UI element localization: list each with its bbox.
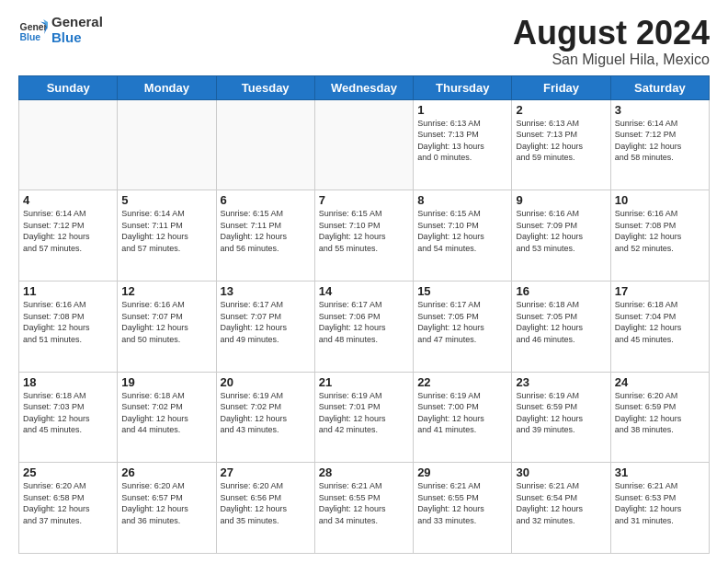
day-number: 5 (121, 193, 211, 207)
logo-general: General (51, 15, 103, 30)
page: General Blue General Blue August 2024 Sa… (0, 0, 728, 563)
day-number: 31 (615, 465, 705, 479)
day-number: 6 (221, 193, 311, 207)
day-cell-30: 30Sunrise: 6:21 AM Sunset: 6:54 PM Dayli… (512, 463, 610, 554)
day-cell-11: 11Sunrise: 6:16 AM Sunset: 7:08 PM Dayli… (19, 281, 118, 372)
day-cell-24: 24Sunrise: 6:20 AM Sunset: 6:59 PM Dayli… (610, 372, 709, 463)
day-number: 7 (319, 193, 409, 207)
week-row-0: 1Sunrise: 6:13 AM Sunset: 7:13 PM Daylig… (19, 99, 710, 190)
weekday-header-monday: Monday (118, 75, 216, 99)
day-info: Sunrise: 6:19 AM Sunset: 7:02 PM Dayligh… (221, 390, 311, 436)
day-cell-12: 12Sunrise: 6:16 AM Sunset: 7:07 PM Dayli… (118, 281, 216, 372)
day-number: 29 (417, 465, 507, 479)
day-info: Sunrise: 6:15 AM Sunset: 7:10 PM Dayligh… (417, 208, 507, 254)
week-row-1: 4Sunrise: 6:14 AM Sunset: 7:12 PM Daylig… (19, 190, 710, 282)
day-cell-1: 1Sunrise: 6:13 AM Sunset: 7:13 PM Daylig… (414, 99, 512, 190)
day-number: 19 (121, 375, 211, 389)
day-number: 28 (319, 465, 409, 479)
day-info: Sunrise: 6:13 AM Sunset: 7:13 PM Dayligh… (516, 118, 606, 164)
day-info: Sunrise: 6:15 AM Sunset: 7:10 PM Dayligh… (319, 208, 409, 254)
day-cell-31: 31Sunrise: 6:21 AM Sunset: 6:53 PM Dayli… (610, 463, 709, 554)
day-cell-10: 10Sunrise: 6:16 AM Sunset: 7:08 PM Dayli… (610, 190, 709, 282)
location-title: San Miguel Hila, Mexico (513, 52, 710, 68)
day-number: 15 (417, 284, 507, 298)
day-cell-27: 27Sunrise: 6:20 AM Sunset: 6:56 PM Dayli… (216, 463, 314, 554)
day-cell-21: 21Sunrise: 6:19 AM Sunset: 7:01 PM Dayli… (314, 372, 413, 463)
month-title: August 2024 (513, 15, 710, 52)
day-cell-14: 14Sunrise: 6:17 AM Sunset: 7:06 PM Dayli… (314, 281, 413, 372)
day-number: 9 (516, 193, 606, 207)
logo-blue: Blue (51, 30, 103, 46)
day-info: Sunrise: 6:20 AM Sunset: 6:57 PM Dayligh… (121, 480, 211, 526)
title-block: August 2024 San Miguel Hila, Mexico (513, 15, 710, 68)
day-info: Sunrise: 6:15 AM Sunset: 7:11 PM Dayligh… (221, 208, 311, 254)
day-number: 11 (23, 284, 113, 298)
weekday-header-sunday: Sunday (19, 75, 118, 99)
logo: General Blue General Blue (18, 15, 103, 45)
day-cell-15: 15Sunrise: 6:17 AM Sunset: 7:05 PM Dayli… (414, 281, 512, 372)
day-info: Sunrise: 6:19 AM Sunset: 6:59 PM Dayligh… (516, 390, 606, 436)
day-info: Sunrise: 6:17 AM Sunset: 7:06 PM Dayligh… (319, 299, 409, 345)
day-info: Sunrise: 6:16 AM Sunset: 7:07 PM Dayligh… (121, 299, 211, 345)
day-info: Sunrise: 6:14 AM Sunset: 7:12 PM Dayligh… (615, 118, 705, 164)
day-info: Sunrise: 6:19 AM Sunset: 7:00 PM Dayligh… (417, 390, 507, 436)
empty-cell (216, 99, 314, 190)
day-info: Sunrise: 6:16 AM Sunset: 7:08 PM Dayligh… (615, 208, 705, 254)
day-info: Sunrise: 6:18 AM Sunset: 7:04 PM Dayligh… (615, 299, 705, 345)
day-number: 24 (615, 375, 705, 389)
day-info: Sunrise: 6:20 AM Sunset: 6:58 PM Dayligh… (23, 480, 113, 526)
day-info: Sunrise: 6:21 AM Sunset: 6:55 PM Dayligh… (319, 480, 409, 526)
weekday-header-saturday: Saturday (610, 75, 709, 99)
calendar: SundayMondayTuesdayWednesdayThursdayFrid… (18, 75, 710, 554)
day-number: 27 (221, 465, 311, 479)
day-info: Sunrise: 6:19 AM Sunset: 7:01 PM Dayligh… (319, 390, 409, 436)
day-number: 4 (23, 193, 113, 207)
day-info: Sunrise: 6:18 AM Sunset: 7:05 PM Dayligh… (516, 299, 606, 345)
day-cell-8: 8Sunrise: 6:15 AM Sunset: 7:10 PM Daylig… (414, 190, 512, 282)
day-cell-9: 9Sunrise: 6:16 AM Sunset: 7:09 PM Daylig… (512, 190, 610, 282)
day-number: 2 (516, 103, 606, 117)
day-number: 18 (23, 375, 113, 389)
weekday-header-friday: Friday (512, 75, 610, 99)
day-cell-6: 6Sunrise: 6:15 AM Sunset: 7:11 PM Daylig… (216, 190, 314, 282)
day-cell-4: 4Sunrise: 6:14 AM Sunset: 7:12 PM Daylig… (19, 190, 118, 282)
day-number: 23 (516, 375, 606, 389)
logo-icon: General Blue (18, 16, 48, 45)
day-cell-25: 25Sunrise: 6:20 AM Sunset: 6:58 PM Dayli… (19, 463, 118, 554)
day-cell-22: 22Sunrise: 6:19 AM Sunset: 7:00 PM Dayli… (414, 372, 512, 463)
day-number: 22 (417, 375, 507, 389)
day-cell-16: 16Sunrise: 6:18 AM Sunset: 7:05 PM Dayli… (512, 281, 610, 372)
day-info: Sunrise: 6:14 AM Sunset: 7:12 PM Dayligh… (23, 208, 113, 254)
day-info: Sunrise: 6:17 AM Sunset: 7:05 PM Dayligh… (417, 299, 507, 345)
day-number: 10 (615, 193, 705, 207)
day-cell-2: 2Sunrise: 6:13 AM Sunset: 7:13 PM Daylig… (512, 99, 610, 190)
day-info: Sunrise: 6:21 AM Sunset: 6:55 PM Dayligh… (417, 480, 507, 526)
day-number: 16 (516, 284, 606, 298)
day-cell-3: 3Sunrise: 6:14 AM Sunset: 7:12 PM Daylig… (610, 99, 709, 190)
empty-cell (314, 99, 413, 190)
week-row-4: 25Sunrise: 6:20 AM Sunset: 6:58 PM Dayli… (19, 463, 710, 554)
day-info: Sunrise: 6:14 AM Sunset: 7:11 PM Dayligh… (121, 208, 211, 254)
day-number: 20 (221, 375, 311, 389)
day-cell-26: 26Sunrise: 6:20 AM Sunset: 6:57 PM Dayli… (118, 463, 216, 554)
svg-text:Blue: Blue (20, 32, 41, 42)
day-cell-19: 19Sunrise: 6:18 AM Sunset: 7:02 PM Dayli… (118, 372, 216, 463)
day-number: 13 (221, 284, 311, 298)
day-cell-23: 23Sunrise: 6:19 AM Sunset: 6:59 PM Dayli… (512, 372, 610, 463)
day-number: 8 (417, 193, 507, 207)
day-cell-28: 28Sunrise: 6:21 AM Sunset: 6:55 PM Dayli… (314, 463, 413, 554)
day-info: Sunrise: 6:17 AM Sunset: 7:07 PM Dayligh… (221, 299, 311, 345)
day-info: Sunrise: 6:16 AM Sunset: 7:09 PM Dayligh… (516, 208, 606, 254)
day-number: 14 (319, 284, 409, 298)
day-cell-7: 7Sunrise: 6:15 AM Sunset: 7:10 PM Daylig… (314, 190, 413, 282)
day-info: Sunrise: 6:16 AM Sunset: 7:08 PM Dayligh… (23, 299, 113, 345)
empty-cell (118, 99, 216, 190)
day-number: 26 (121, 465, 211, 479)
weekday-header-tuesday: Tuesday (216, 75, 314, 99)
week-row-2: 11Sunrise: 6:16 AM Sunset: 7:08 PM Dayli… (19, 281, 710, 372)
day-number: 1 (417, 103, 507, 117)
day-info: Sunrise: 6:18 AM Sunset: 7:02 PM Dayligh… (121, 390, 211, 436)
weekday-header-wednesday: Wednesday (314, 75, 413, 99)
day-number: 25 (23, 465, 113, 479)
day-info: Sunrise: 6:21 AM Sunset: 6:53 PM Dayligh… (615, 480, 705, 526)
